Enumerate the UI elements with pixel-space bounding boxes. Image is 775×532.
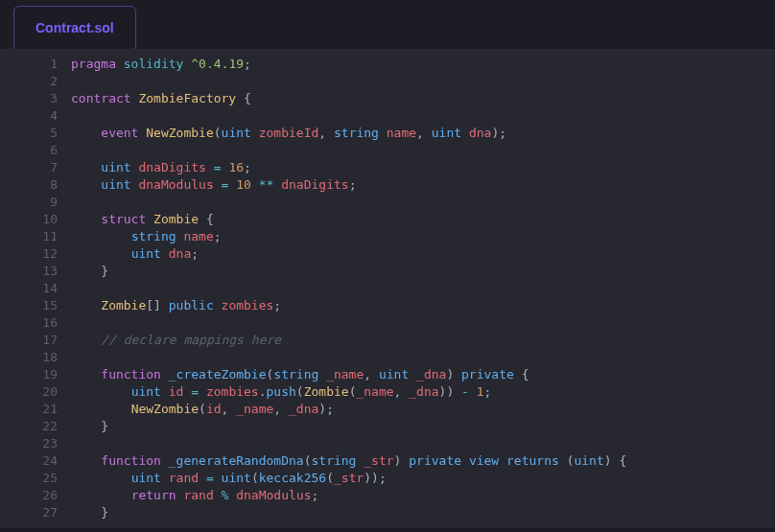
code-line[interactable] [71,73,775,90]
line-number-gutter: 1234567891011121314151617181920212223242… [0,50,71,528]
token-plain [146,212,153,226]
line-number: 25 [0,470,58,487]
code-line[interactable] [71,314,775,332]
token-num: 10 [236,177,251,192]
token-kw1: pragma [71,57,116,71]
token-type: uint [574,453,603,468]
token-plain [116,57,124,71]
code-line[interactable] [71,435,775,452]
line-number: 26 [0,487,58,504]
token-plain [514,367,522,382]
code-line[interactable]: } [71,263,775,280]
token-punct: { [244,91,251,105]
token-ident: zombieId [259,126,319,140]
code-line[interactable] [71,107,775,125]
token-plain [206,160,214,174]
code-line[interactable] [71,194,775,211]
code-line[interactable]: contract ZombieFactory { [71,90,775,107]
token-punct: } [101,419,108,433]
token-plain [71,246,131,261]
code-line[interactable]: return rand % dnaModulus; [71,487,775,504]
token-type: string [334,126,379,140]
token-plain [318,367,326,382]
code-line[interactable] [71,142,775,159]
token-type: uint [222,471,251,485]
code-line[interactable]: string name; [71,228,775,245]
line-number: 13 [0,263,58,280]
code-line[interactable]: NewZombie(id, _name, _dna); [71,401,775,418]
token-plain [161,246,169,261]
token-punct: { [619,453,626,468]
token-plain [326,126,334,140]
token-plain [424,126,432,140]
token-plain [214,488,222,502]
token-ident-y: Zombie [304,384,349,399]
token-fn: _createZombie [169,367,267,382]
token-ident-y: NewZombie [131,402,199,416]
token-ident: _str [334,471,364,485]
code-line[interactable]: pragma solidity ^0.4.19; [71,56,775,73]
line-number: 16 [0,314,58,332]
token-plain [161,298,169,312]
code-line[interactable]: uint id = zombies.push(Zombie(_name, _dn… [71,383,775,401]
code-editor[interactable]: 1234567891011121314151617181920212223242… [0,50,775,528]
code-line[interactable]: uint dnaModulus = 10 ** dnaDigits; [71,176,775,194]
token-punct: ; [191,246,199,261]
token-plain [71,402,131,416]
code-line[interactable]: function _generateRandomDna(string _str)… [71,452,775,470]
token-plain [71,453,101,468]
token-punct: , [416,126,424,140]
line-number: 4 [0,107,58,125]
code-line[interactable]: event NewZombie(uint zombieId, string na… [71,125,775,142]
code-line[interactable]: function _createZombie(string _name, uin… [71,366,775,383]
token-type: returns [506,453,559,468]
token-ident: _name [236,402,273,416]
line-number: 17 [0,332,58,349]
token-punct: , [273,402,281,416]
token-fn: _generateRandomDna [169,453,304,468]
token-plain [71,384,131,399]
token-plain [71,126,101,140]
token-plain [461,453,469,468]
line-number: 14 [0,280,58,297]
tab-contract-sol[interactable]: Contract.sol [13,6,136,49]
token-plain [409,367,416,382]
code-line[interactable]: // declare mappings here [71,332,775,349]
token-ident-y: Zombie [153,212,199,226]
token-plain [161,453,169,468]
token-plain [251,126,259,140]
token-punct: { [206,212,214,226]
token-plain [214,471,222,485]
line-number: 10 [0,211,58,228]
code-line[interactable] [71,280,775,297]
token-ident: _dna [409,384,438,399]
token-punct: )); [364,471,386,485]
token-str: ^0.4.19 [191,57,244,71]
token-type: view [469,453,499,468]
token-type: uint [131,384,161,399]
token-kw2: solidity [124,57,184,71]
code-area[interactable]: pragma solidity ^0.4.19; contract Zombie… [71,50,775,528]
token-op: = [191,384,199,399]
token-plain [161,471,169,485]
token-punct: ; [349,177,357,192]
token-op: = [206,471,214,485]
code-line[interactable] [71,349,775,366]
token-plain [71,264,101,278]
token-punct: } [101,264,108,278]
code-line[interactable]: Zombie[] public zombies; [71,297,775,314]
code-line[interactable]: } [71,418,775,435]
line-number: 5 [0,125,58,142]
token-ident: _name [326,367,364,382]
token-ident-y: NewZombie [146,126,213,140]
line-number: 20 [0,383,58,401]
code-line[interactable]: struct Zombie { [71,211,775,228]
code-line[interactable]: uint dnaDigits = 16; [71,159,775,176]
token-ident: id [169,384,184,399]
token-ident: dna [469,126,491,140]
code-line[interactable]: } [71,504,775,521]
code-line[interactable]: uint rand = uint(keccak256(_str)); [71,470,775,487]
token-punct: ( [296,384,304,399]
token-plain [281,402,289,416]
code-line[interactable]: uint dna; [71,245,775,263]
